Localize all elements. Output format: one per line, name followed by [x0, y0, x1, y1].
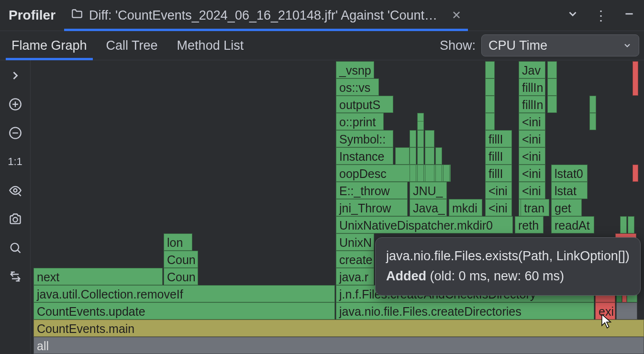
- frame-coun1[interactable]: Coun: [164, 268, 198, 285]
- frame-gray1[interactable]: [616, 302, 637, 320]
- frame-lstat0[interactable]: lstat0: [551, 165, 588, 182]
- svg-line-9: [17, 250, 20, 253]
- frame-sliver12[interactable]: [425, 130, 434, 147]
- frame-removeIf[interactable]: java.util.Collection.removeIf: [33, 285, 335, 302]
- tooltip-method: java.nio.file.Files.exists(Path, LinkOpt…: [386, 246, 630, 266]
- frame-sliverR2[interactable]: [547, 78, 557, 96]
- frame-sliverR5[interactable]: [589, 96, 596, 113]
- frame-fillIn-a[interactable]: fillIn: [519, 96, 545, 113]
- frame-sliver5[interactable]: [417, 165, 424, 182]
- frame-jnu[interactable]: JNU_: [410, 182, 447, 199]
- frame-createDirectories[interactable]: java.nio.file.Files.createDirectories: [336, 302, 594, 320]
- compare-icon[interactable]: [6, 269, 25, 284]
- frame-next[interactable]: next: [33, 268, 163, 285]
- frame-unixN[interactable]: UnixN: [336, 233, 374, 251]
- frame-sliver2[interactable]: [410, 165, 416, 182]
- frame-lon[interactable]: lon: [164, 233, 192, 251]
- frame-osvs[interactable]: os::vs: [336, 78, 379, 96]
- frame-all[interactable]: all: [33, 337, 644, 354]
- frame-symbol[interactable]: Symbol::: [336, 130, 393, 147]
- frame-sliver3[interactable]: [410, 147, 416, 165]
- frame-sliver4[interactable]: [410, 130, 416, 147]
- show-label: Show:: [440, 38, 476, 53]
- frame-unixDisp[interactable]: UnixNativeDispatcher.mkdir0: [336, 216, 513, 233]
- frame-thin-b[interactable]: [485, 96, 495, 113]
- preview-icon[interactable]: [6, 183, 25, 198]
- frame-fillIn-b[interactable]: fillIn: [519, 78, 545, 96]
- frame-java-r[interactable]: java.r: [336, 268, 374, 285]
- chevron-down-icon[interactable]: [566, 8, 579, 23]
- flame-graph[interactable]: all CountEvents.main CountEvents.update …: [31, 60, 644, 354]
- frame-sliver9[interactable]: [417, 113, 424, 122]
- frame-ini-a[interactable]: <ini: [485, 199, 512, 216]
- expand-icon[interactable]: [6, 68, 25, 83]
- frame-tran[interactable]: tran: [521, 199, 549, 216]
- frame-fillI-b[interactable]: fillI: [485, 147, 512, 165]
- sub-toolbar: Flame Graph Call Tree Method List Show: …: [0, 31, 644, 60]
- frame-readAt[interactable]: readAt: [551, 216, 594, 233]
- frame-vsnp[interactable]: _vsnp: [336, 61, 374, 78]
- frame-fillI-c[interactable]: fillI: [485, 130, 512, 147]
- frame-sliver15[interactable]: [443, 165, 450, 182]
- frame-get[interactable]: get: [551, 199, 582, 216]
- frame-sliverR4[interactable]: [589, 113, 596, 130]
- frame-sliver1[interactable]: [395, 147, 410, 165]
- svg-point-7: [13, 218, 17, 222]
- file-tab[interactable]: Diff: 'CountEvents_2024_06_16_210148.jfr…: [64, 0, 468, 31]
- tab-call-tree[interactable]: Call Tree: [106, 32, 158, 60]
- tool-window-title: Profiler: [9, 8, 56, 23]
- minimize-icon[interactable]: [623, 8, 635, 23]
- frame-instance[interactable]: Instance: [336, 147, 393, 165]
- frame-sliver11[interactable]: [425, 147, 434, 165]
- screenshot-icon[interactable]: [6, 211, 25, 227]
- frame-sliver7[interactable]: [417, 130, 424, 147]
- frame-eThrow[interactable]: E::_throw: [336, 182, 408, 199]
- frame-sliver6[interactable]: [417, 147, 424, 165]
- frame-sliverR7[interactable]: [628, 216, 634, 233]
- zoom-in-icon[interactable]: [6, 97, 25, 112]
- frame-reth[interactable]: reth: [515, 216, 544, 233]
- frame-mkdi[interactable]: mkdi: [449, 199, 482, 216]
- frame-outputS[interactable]: outputS: [336, 96, 393, 113]
- frame-sliverR6[interactable]: [620, 216, 627, 233]
- frame-thin-d[interactable]: [485, 61, 495, 78]
- frame-update[interactable]: CountEvents.update: [33, 302, 335, 320]
- tooltip: java.nio.file.Files.exists(Path, LinkOpt…: [375, 237, 641, 296]
- zoom-out-icon[interactable]: [6, 125, 25, 141]
- frame-sliverR3[interactable]: [547, 61, 557, 78]
- frame-sliver10[interactable]: [425, 165, 434, 182]
- frame-fillI-a[interactable]: fillI: [485, 165, 512, 182]
- frame-redEdge1[interactable]: [633, 165, 638, 182]
- frame-ini-g[interactable]: <ini: [519, 130, 545, 147]
- frame-ini-b[interactable]: <ini: [485, 182, 512, 199]
- frame-ini-e[interactable]: <ini: [519, 165, 545, 182]
- frame-main[interactable]: CountEvents.main: [33, 320, 644, 337]
- zoom-reset[interactable]: 1:1: [6, 154, 25, 169]
- frame-java[interactable]: Java_: [410, 199, 447, 216]
- frame-sliver14[interactable]: [435, 147, 442, 165]
- frame-ini-h[interactable]: <ini: [519, 113, 545, 130]
- tab-method-list[interactable]: Method List: [177, 32, 244, 60]
- frame-thin-c[interactable]: [485, 78, 495, 96]
- frame-redEdge2[interactable]: [633, 61, 638, 96]
- tab-label: Diff: 'CountEvents_2024_06_16_210148.jfr…: [89, 8, 443, 23]
- frame-create[interactable]: create: [336, 251, 374, 268]
- close-tab-icon[interactable]: ✕: [452, 9, 461, 22]
- frame-thin-a[interactable]: [485, 113, 495, 130]
- svg-point-6: [13, 189, 17, 192]
- frame-ini-f[interactable]: <ini: [519, 147, 545, 165]
- search-icon[interactable]: [6, 240, 25, 255]
- frame-coun2[interactable]: Coun: [164, 251, 198, 268]
- frame-oprint[interactable]: o::print: [336, 113, 384, 130]
- frame-lstat[interactable]: lstat: [551, 182, 588, 199]
- frame-sliver13[interactable]: [435, 165, 442, 182]
- frame-jav[interactable]: Jav: [519, 61, 545, 78]
- show-dropdown[interactable]: CPU Time: [481, 34, 639, 56]
- svg-point-8: [11, 243, 18, 251]
- tab-flame-graph[interactable]: Flame Graph: [11, 32, 87, 60]
- frame-sliverR1[interactable]: [547, 96, 557, 113]
- more-vert-icon[interactable]: ⋮: [594, 8, 608, 23]
- frame-jniThrow[interactable]: jni_Throw: [336, 199, 408, 216]
- frame-exists[interactable]: exi: [595, 302, 615, 320]
- frame-ini-d[interactable]: <ini: [519, 182, 545, 199]
